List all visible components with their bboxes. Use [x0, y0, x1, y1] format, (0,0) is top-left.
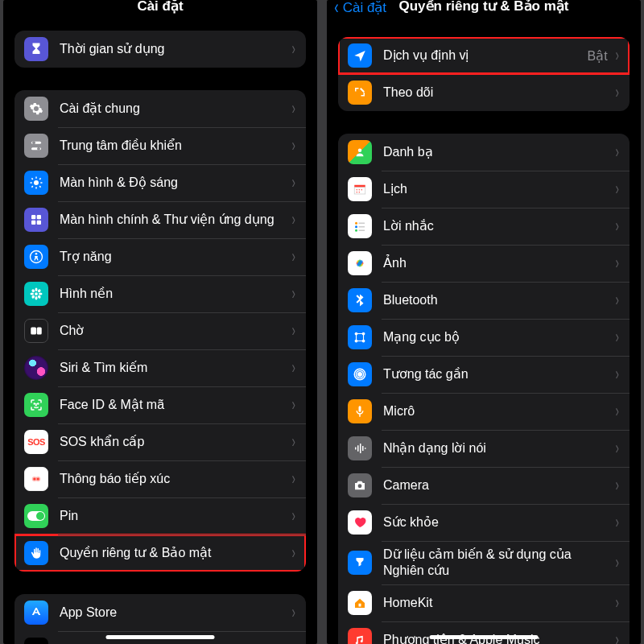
svg-rect-66: [357, 445, 359, 452]
row-nearby[interactable]: Tương tác gần ›: [338, 356, 630, 393]
row-microphone[interactable]: Micrô ›: [338, 393, 630, 430]
row-photos[interactable]: Ảnh ›: [338, 245, 630, 282]
row-bluetooth[interactable]: Bluetooth ›: [338, 282, 630, 319]
row-accessibility[interactable]: Trợ năng ›: [14, 238, 306, 275]
row-faceid[interactable]: Face ID & Mật mã ›: [14, 386, 306, 423]
row-tracking[interactable]: Theo dõi ›: [338, 74, 630, 111]
label: Siri & Tìm kiếm: [60, 360, 291, 376]
label: Face ID & Mật mã: [60, 397, 291, 413]
svg-rect-65: [355, 448, 357, 450]
svg-rect-15: [31, 221, 35, 225]
svg-point-18: [35, 253, 38, 255]
label: Tương tác gần: [383, 366, 614, 382]
chevron-right-icon: ›: [291, 209, 295, 230]
chevron-right-icon: ›: [291, 431, 295, 452]
chevron-right-icon: ›: [291, 172, 295, 193]
label: Cài đặt chung: [60, 101, 291, 117]
row-sos[interactable]: SOS SOS khẩn cấp ›: [14, 423, 306, 460]
row-location-services[interactable]: Dịch vụ định vị Bật ›: [338, 37, 630, 74]
row-calendar[interactable]: Lịch ›: [338, 171, 630, 208]
svg-point-34: [33, 478, 35, 481]
svg-point-4: [34, 180, 39, 185]
svg-point-30: [34, 403, 35, 404]
svg-rect-52: [359, 230, 365, 232]
svg-point-21: [35, 296, 38, 300]
waveform-icon: [348, 436, 372, 460]
label: Lịch: [383, 181, 614, 197]
svg-point-46: [359, 192, 360, 192]
svg-point-23: [39, 293, 43, 295]
svg-point-43: [359, 189, 360, 190]
row-battery[interactable]: Pin ›: [14, 497, 306, 535]
chevron-right-icon: ›: [615, 216, 618, 237]
scroll-content[interactable]: Dịch vụ định vị Bật › Theo dõi › Danh bạ…: [327, 31, 641, 644]
switches-icon: [24, 134, 48, 158]
home-indicator[interactable]: [430, 635, 539, 639]
svg-point-39: [358, 149, 362, 153]
contacts-icon: [348, 140, 372, 164]
row-privacy[interactable]: Quyền riêng tư & Bảo mật ›: [14, 535, 306, 572]
home-indicator[interactable]: [106, 635, 215, 639]
svg-point-48: [355, 225, 357, 228]
label: Thông báo tiếp xúc: [60, 471, 291, 487]
row-home-screen[interactable]: Màn hình chính & Thư viện ứng dụng ›: [14, 201, 306, 238]
back-label: Cài đặt: [343, 2, 386, 14]
row-camera[interactable]: Camera ›: [338, 467, 630, 504]
label: Theo dõi: [383, 85, 614, 101]
svg-point-61: [358, 373, 362, 377]
scroll-content[interactable]: Thời gian sử dụng › Cài đặt chung › Trun…: [3, 31, 317, 644]
row-contacts[interactable]: Danh bạ ›: [338, 134, 630, 171]
svg-point-20: [35, 288, 38, 292]
chevron-right-icon: ›: [291, 283, 295, 304]
row-homekit[interactable]: HomeKit ›: [338, 584, 630, 621]
row-exposure[interactable]: Thông báo tiếp xúc ›: [14, 460, 306, 497]
row-research[interactable]: Dữ liệu cảm biến & sử dụng của Nghiên cứ…: [338, 541, 630, 584]
label: Màn hình & Độ sáng: [60, 175, 291, 191]
chevron-right-icon: ›: [615, 82, 618, 103]
svg-point-25: [37, 289, 41, 293]
chevron-right-icon: ›: [291, 135, 295, 156]
row-siri[interactable]: Siri & Tìm kiếm ›: [14, 349, 306, 386]
label: Dữ liệu cảm biến & sử dụng của Nghiên cứ…: [383, 547, 614, 579]
row-general[interactable]: Cài đặt chung ›: [14, 90, 306, 127]
photos-icon: [348, 251, 372, 275]
svg-rect-16: [37, 221, 41, 225]
row-speech[interactable]: Nhận dạng lời nói ›: [338, 430, 630, 467]
label: Chờ: [60, 323, 291, 339]
chevron-right-icon: ›: [615, 45, 618, 66]
back-button[interactable]: ‹ Cài đặt: [333, 0, 386, 17]
svg-point-19: [35, 292, 38, 295]
row-reminders[interactable]: Lời nhắc ›: [338, 208, 630, 245]
chevron-right-icon: ›: [615, 364, 618, 385]
svg-rect-28: [31, 328, 36, 335]
network-icon: [348, 325, 372, 349]
chevron-right-icon: ›: [615, 253, 618, 274]
chevron-right-icon: ›: [615, 438, 618, 459]
label: Màn hình chính & Thư viện ứng dụng: [60, 212, 291, 228]
sun-icon: [24, 171, 48, 195]
svg-point-2: [32, 141, 35, 144]
row-display[interactable]: Màn hình & Độ sáng ›: [14, 164, 306, 201]
calendar-icon: [348, 177, 372, 201]
row-wallpaper[interactable]: Hình nền ›: [14, 275, 306, 312]
row-control-center[interactable]: Trung tâm điều khiển ›: [14, 127, 306, 164]
chevron-right-icon: ›: [615, 179, 618, 200]
svg-point-3: [37, 147, 40, 151]
hand-privacy-icon: [24, 541, 48, 565]
row-localnetwork[interactable]: Mạng cục bộ ›: [338, 319, 630, 356]
row-appstore[interactable]: App Store ›: [14, 594, 306, 631]
svg-rect-67: [360, 444, 361, 453]
row-screentime[interactable]: Thời gian sử dụng ›: [14, 31, 306, 68]
svg-point-27: [37, 295, 41, 299]
row-standby[interactable]: Chờ ›: [14, 312, 306, 349]
svg-point-26: [31, 295, 35, 299]
tracking-icon: [348, 80, 372, 105]
svg-point-42: [357, 189, 357, 190]
label: Pin: [60, 508, 291, 524]
settings-main-screen: Cài đặt Thời gian sử dụng › Cài đặt chun…: [3, 0, 317, 644]
page-title: Quyền riêng tư & Bảo mật: [399, 0, 569, 13]
row-health[interactable]: Sức khỏe ›: [338, 504, 630, 541]
row-media[interactable]: Phương tiện & Apple Music ›: [338, 621, 630, 644]
chevron-right-icon: ›: [291, 320, 295, 341]
svg-point-49: [355, 229, 357, 232]
